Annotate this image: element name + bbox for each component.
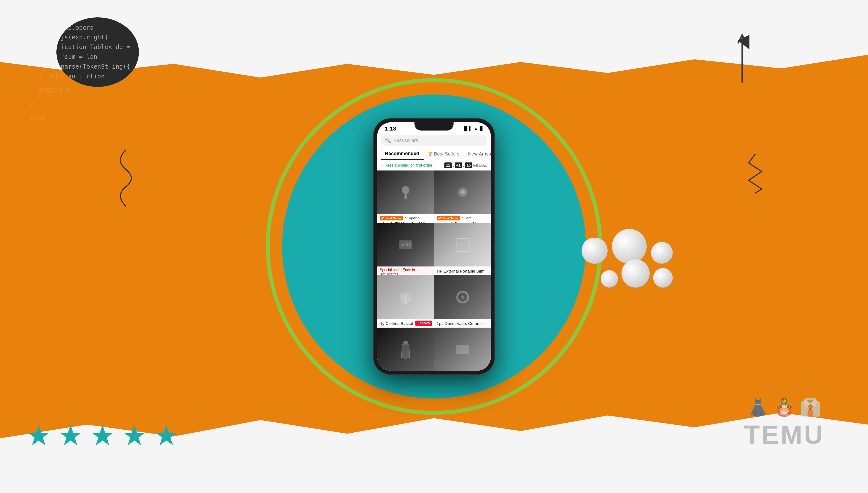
product-image-5: [377, 275, 434, 319]
product-info-2: #3 Best Seller in Bath 1pc High-Pressure…: [434, 214, 491, 222]
code-circle-decoration: exp.opera js(exp.right) ication Table< d…: [56, 17, 139, 87]
timer-seconds: 15: [465, 163, 473, 168]
temu-icon-dress: 👗: [747, 397, 769, 417]
tab-recommended-label: Recommended: [385, 151, 419, 156]
tab-new-arrivals-label: New Arrivals: [468, 151, 491, 157]
tab-new-arrivals[interactable]: New Arrivals: [464, 148, 491, 160]
product-badge-2: #3 Best Seller: [437, 216, 460, 220]
svg-point-10: [400, 292, 405, 298]
svg-text:XT97: XT97: [401, 242, 411, 247]
product-image-3: XT97: [377, 223, 434, 266]
product-item-3[interactable]: XT97 Special sale | Ends in 02:16:32:58 …: [377, 223, 434, 275]
product-image-7: [377, 328, 434, 371]
temu-icons-row: 👗 🪆 👔: [747, 397, 821, 417]
product-info-1: #1 Best Seller in Lighting 10 Inch Fill …: [377, 214, 434, 222]
product-item-8[interactable]: #4 Best Sel... Lenovo Th... ★★★★★ 🔵Direc…: [434, 328, 491, 371]
free-shipping-text: ✓ Free shipping on first order: [381, 163, 432, 168]
product-item-7[interactable]: #1 Best Seller in Kitchen Storage... 1pc…: [377, 328, 434, 371]
search-placeholder: Best sellers: [393, 138, 418, 143]
product-item-2[interactable]: #3 Best Seller in Bath 1pc High-Pressure…: [434, 171, 491, 222]
checkmark-icon: ✓: [381, 163, 384, 168]
product-name-6: 1pc Donut Vase, Ceramic Hollow...: [437, 321, 488, 327]
navigation-tabs: Recommended 🏆 Best Sellers New Arrivals: [377, 148, 491, 160]
product-info-4: HP External Portable Slim Desig... ★★★★★…: [434, 266, 491, 275]
svg-point-0: [402, 186, 410, 194]
svg-rect-6: [456, 238, 469, 251]
product-badge-category-1: in Lighting: [404, 216, 419, 220]
product-item-1[interactable]: #1 Best Seller in Lighting 10 Inch Fill …: [377, 171, 434, 222]
temu-text: TEMU: [744, 420, 825, 450]
wifi-icon: ▲: [474, 126, 478, 131]
product-name-4: HP External Portable Slim Desig...: [437, 269, 488, 275]
tab-best-sellers[interactable]: 🏆 Best Sellers: [424, 148, 464, 160]
product-badge-1: #1 Best Seller: [380, 216, 403, 220]
phone-screen: 1:18 ▐▌▌ ▲ ▊ 🔍 Best sellers Recommended …: [377, 122, 491, 371]
tab-recommended[interactable]: Recommended: [381, 148, 424, 160]
timer-hours: 12: [444, 163, 452, 168]
product-image-2: [434, 171, 491, 214]
svg-rect-15: [456, 345, 469, 354]
phone-device: 1:18 ▐▌▌ ▲ ▊ 🔍 Best sellers Recommended …: [373, 119, 495, 374]
temu-icon-toy: 🪆: [773, 397, 795, 417]
product-image-6: [434, 275, 491, 319]
product-name-2: 1pc High-Pressure Shower Head...: [437, 221, 488, 222]
star-3: ★: [90, 421, 115, 450]
svg-text:HP: HP: [458, 242, 462, 246]
phone-outer-shell: 1:18 ▐▌▌ ▲ ▊ 🔍 Best sellers Recommended …: [373, 119, 495, 374]
star-1: ★: [26, 421, 51, 450]
product-item-5[interactable]: rty Clothes Basket, ... in Home Storage …: [377, 275, 434, 327]
product-badge-category-2: in Bath: [461, 216, 472, 220]
signal-icon: ▐▌▌: [463, 126, 472, 131]
tab-best-sellers-label: Best Sellers: [434, 151, 459, 157]
shipping-label: Free shipping on first order: [386, 163, 432, 168]
product-image-8: [434, 328, 491, 371]
product-grid: #1 Best Seller in Lighting 10 Inch Fill …: [377, 171, 491, 371]
status-time: 1:18: [385, 125, 396, 132]
tab-best-sellers-icon: 🏆: [428, 152, 433, 156]
shipping-banner: ✓ Free shipping on first order 12 : 41 :…: [377, 160, 491, 171]
lenovo-badge-5: Lenovo: [415, 321, 432, 326]
product-name-1: 10 Inch Fill Light Set 360 Rotatio...: [380, 221, 431, 222]
product-image-4: HP: [434, 223, 491, 266]
svg-rect-1: [405, 194, 407, 199]
status-icons: ▐▌▌ ▲ ▊: [463, 126, 483, 131]
svg-point-11: [407, 292, 411, 296]
svg-point-3: [460, 190, 465, 194]
spheres-decoration: [581, 229, 673, 287]
countdown-timer: 12 : 41 : 15 left today: [444, 163, 487, 168]
special-sale-3: Special sale | Ends in 02:16:32:58: [377, 266, 434, 275]
battery-icon: ▊: [480, 126, 483, 131]
code-text: exp.opera js(exp.right) ication Table< d…: [56, 19, 139, 86]
search-icon: 🔍: [385, 138, 391, 143]
product-info-3: Special sale | Ends in 02:16:32:58 Lenov…: [377, 266, 434, 275]
star-4: ★: [122, 421, 147, 450]
rating-stars-decoration: ★ ★ ★ ★ ★: [26, 421, 179, 450]
svg-point-13: [461, 295, 464, 299]
phone-notch: [414, 122, 454, 130]
timer-suffix: left today: [473, 164, 487, 168]
product-info-6: 1pc Donut Vase, Ceramic Hollow... ★★★★★ …: [434, 319, 491, 327]
star-5: ★: [154, 421, 179, 450]
product-image-1: [377, 171, 434, 214]
svg-rect-14: [404, 341, 408, 344]
timer-minutes: 41: [455, 163, 462, 168]
search-bar[interactable]: 🔍 Best sellers: [381, 135, 487, 146]
temu-logo: 👗 🪆 👔 TEMU: [744, 397, 825, 450]
star-2: ★: [58, 421, 83, 450]
product-item-4[interactable]: HP HP External Portable Slim Desig... ★★…: [434, 223, 491, 275]
product-item-6[interactable]: 1pc Donut Vase, Ceramic Hollow... ★★★★★ …: [434, 275, 491, 327]
temu-icon-shirt: 👔: [799, 397, 821, 417]
